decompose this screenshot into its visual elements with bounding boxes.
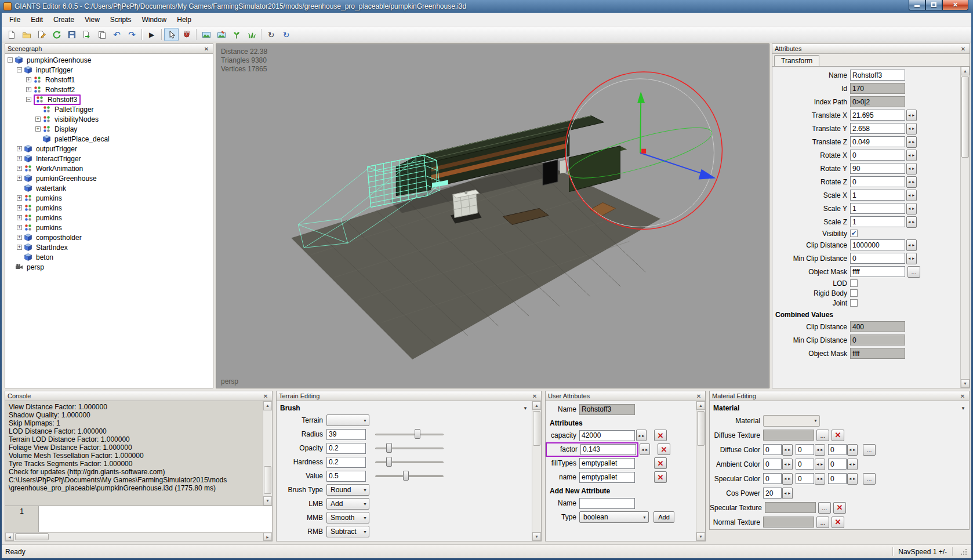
open-file-button[interactable] (19, 28, 34, 41)
rotate-z-spinner[interactable]: ◄► (906, 176, 917, 188)
id-input[interactable] (850, 83, 905, 94)
object-mask-input[interactable] (850, 348, 905, 359)
specular-color-input-1[interactable] (796, 473, 814, 484)
min-clip-distance-input[interactable] (850, 334, 905, 346)
cos-power-input[interactable] (763, 488, 782, 499)
scale-y-input[interactable] (850, 203, 905, 214)
specular-color-spinner-0[interactable]: ◄► (782, 473, 793, 485)
tree-item-workanimation[interactable]: +WorkAnimation (5, 163, 213, 173)
tree-expander[interactable]: + (17, 225, 22, 230)
diffuse-color-input-2[interactable] (828, 444, 847, 455)
name-delete-button[interactable]: ✕ (654, 471, 667, 483)
tree-item-display[interactable]: +Display (5, 124, 213, 134)
save-file-button[interactable] (64, 28, 79, 41)
console-input[interactable] (39, 506, 272, 532)
material-section[interactable]: Material ▼ (710, 401, 969, 413)
slider-track[interactable] (375, 448, 444, 449)
reload-shaders-button[interactable]: ↻ (264, 28, 278, 41)
tree-expander[interactable]: + (17, 205, 22, 210)
scrollbar-track[interactable] (263, 410, 272, 496)
slider-track[interactable] (375, 434, 444, 435)
new-file-button[interactable] (4, 28, 19, 41)
rmb-dropdown[interactable]: Subtract▼ (326, 526, 369, 537)
rotate-z-input[interactable] (850, 176, 905, 187)
normal-texture-clear-button[interactable]: ✕ (832, 517, 844, 528)
resize-grip[interactable] (960, 548, 968, 555)
new-attribute-type-dropdown[interactable]: boolean ▼ (579, 511, 649, 523)
tree-item-pumkins[interactable]: +pumkins (5, 223, 213, 232)
terrain-sculpt-tool-button[interactable] (199, 28, 213, 41)
filltypes-input[interactable] (579, 458, 635, 469)
rotate-y-input[interactable] (850, 163, 905, 174)
tree-expander[interactable]: + (26, 77, 31, 82)
tree-item-rohstoff3[interactable]: −Rohstoff3 (5, 94, 213, 104)
tree-item-compostholder[interactable]: +compostholder (5, 232, 213, 242)
index-path-input[interactable] (850, 96, 905, 107)
translate-z-input[interactable] (850, 136, 905, 147)
ambient-color-spinner-1[interactable]: ◄► (815, 459, 825, 470)
scale-x-spinner[interactable]: ◄► (906, 190, 917, 201)
specular-color-input-2[interactable] (828, 473, 847, 484)
viewport-3d-scene[interactable] (216, 44, 769, 388)
opacity-input[interactable] (326, 443, 366, 454)
hardness-slider[interactable] (375, 456, 444, 468)
slider-thumb[interactable] (386, 457, 392, 467)
factor-input[interactable] (580, 444, 636, 455)
tree-expander[interactable]: + (17, 176, 22, 181)
edit-file-button[interactable] (34, 28, 49, 41)
menu-window[interactable]: Window (137, 14, 172, 26)
user-attributes-header[interactable]: User Attributes ✕ (546, 391, 705, 401)
capacity-input[interactable] (579, 430, 635, 441)
specular-texture-input[interactable] (765, 502, 816, 513)
close-button[interactable]: ✕ (942, 0, 968, 10)
scroll-down-icon[interactable]: ▼ (263, 496, 272, 506)
diffuse-color-spinner-2[interactable]: ◄► (847, 444, 858, 456)
redo-button[interactable]: ↷ (125, 28, 139, 41)
scroll-up-icon[interactable]: ▲ (961, 67, 970, 75)
tree-item-rohstoff2[interactable]: +Rohstoff2 (5, 85, 213, 94)
joint-checkbox[interactable] (850, 299, 858, 307)
rotate-x-input[interactable] (850, 150, 905, 161)
visibility-checkbox[interactable]: ✔ (850, 230, 858, 237)
tree-expander[interactable]: + (17, 166, 22, 171)
factor-spinner[interactable]: ◄► (640, 443, 650, 455)
translate-y-spinner[interactable]: ◄► (906, 123, 917, 134)
diffuse-color-input-1[interactable] (796, 444, 814, 455)
slider-thumb[interactable] (415, 429, 420, 439)
scroll-up-icon[interactable]: ▲ (696, 401, 705, 410)
scale-y-spinner[interactable]: ◄► (906, 203, 917, 214)
tree-expander[interactable]: + (17, 146, 22, 151)
minimize-button[interactable] (909, 0, 925, 10)
console-output[interactable]: View Distance Factor: 1.000000Shadow Qua… (5, 401, 272, 506)
user-attributes-scrollbar[interactable]: ▲ ▼ (696, 401, 705, 541)
reload-scripts-button[interactable]: ↻ (279, 28, 293, 41)
clip-distance-input[interactable] (850, 239, 905, 250)
scrollbar-thumb[interactable] (15, 533, 49, 540)
rotate-y-spinner[interactable]: ◄► (906, 163, 917, 174)
menu-create[interactable]: Create (48, 14, 79, 26)
scroll-left-icon[interactable]: ◄ (5, 533, 14, 541)
ambient-color-spinner-2[interactable]: ◄► (847, 459, 858, 470)
specular-color-picker-button[interactable]: ... (863, 473, 876, 485)
scroll-down-icon[interactable]: ▼ (696, 532, 705, 541)
translate-x-spinner[interactable]: ◄► (906, 110, 917, 121)
console-scrollbar[interactable]: ▲ ▼ (263, 401, 272, 506)
name-input[interactable] (579, 404, 635, 415)
scroll-down-icon[interactable]: ▼ (532, 532, 541, 541)
collapse-arrow-icon[interactable]: ▼ (523, 406, 528, 411)
value-slider[interactable] (375, 470, 444, 482)
tree-item-pumkingreenhouse[interactable]: +pumkinGreenhouse (5, 173, 213, 183)
add-attribute-button[interactable]: Add (653, 511, 674, 523)
translate-y-input[interactable] (850, 123, 905, 134)
scrollbar-track[interactable] (961, 75, 970, 379)
tree-expander[interactable]: + (17, 245, 22, 250)
specular-texture-browse-button[interactable]: ... (818, 502, 831, 514)
scrollbar-track[interactable] (696, 410, 705, 532)
tree-item-rohstoff1[interactable]: +Rohstoff1 (5, 75, 213, 85)
diffuse-color-input-0[interactable] (763, 444, 782, 455)
tree-item-watertank[interactable]: watertank (5, 183, 213, 193)
play-button[interactable]: ▶ (144, 28, 159, 41)
material-editing-header[interactable]: Material Editing ✕ (710, 391, 969, 401)
tree-expander[interactable]: + (35, 126, 41, 132)
ambient-color-input-1[interactable] (796, 459, 814, 470)
